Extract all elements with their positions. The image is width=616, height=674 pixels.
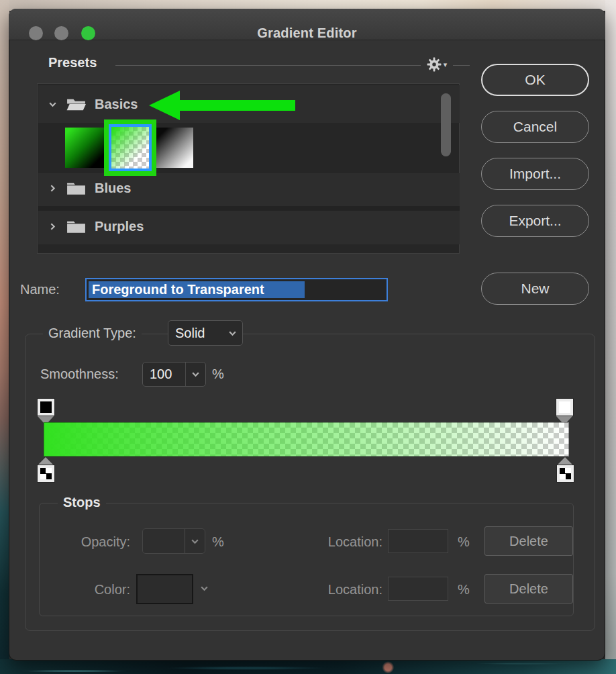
opacity-label: Opacity: (40, 534, 130, 550)
new-button-label: New (521, 281, 549, 297)
cancel-button[interactable]: Cancel (481, 111, 589, 143)
background-photo-left (0, 0, 9, 674)
smoothness-dropdown-button[interactable] (185, 363, 205, 386)
opacity-stop-right[interactable] (556, 399, 573, 416)
name-label: Name: (20, 282, 60, 297)
background-photo-right (605, 0, 616, 674)
location-top-label: Location: (289, 534, 382, 550)
location-bottom-unit: % (458, 582, 470, 597)
presets-divider (115, 65, 470, 66)
gradient-type-label: Gradient Type: (43, 326, 142, 341)
color-stop-right[interactable] (557, 465, 574, 482)
opacity-dropdown-button[interactable] (185, 529, 205, 553)
preset-thumbnail-foreground-to-transparent-selected[interactable] (104, 119, 156, 176)
gear-caret-icon: ▾ (444, 61, 448, 68)
import-button[interactable]: Import... (481, 158, 589, 190)
folder-closed-icon (66, 181, 87, 196)
color-stop-right-pointer[interactable] (557, 457, 573, 465)
ok-button-label: OK (525, 72, 545, 88)
chevron-down-icon[interactable] (48, 99, 58, 109)
presets-legend: Presets (48, 55, 97, 70)
location-top-input[interactable] (388, 529, 448, 553)
presets-menu-button[interactable]: ▾ (421, 55, 453, 74)
smoothness-unit: % (212, 367, 224, 382)
smoothness-input[interactable]: 100 (142, 362, 206, 387)
color-label: Color: (40, 582, 130, 597)
folder-label-blues[interactable]: Blues (95, 181, 131, 196)
new-button[interactable]: New (481, 273, 589, 305)
opacity-input[interactable] (142, 528, 205, 554)
preset-thumbnail-foreground-to-background[interactable] (65, 128, 109, 168)
window-title: Gradient Editor (9, 26, 605, 41)
delete-color-stop-button[interactable]: Delete (484, 574, 573, 604)
location-bottom-label: Location: (289, 582, 382, 597)
location-top-unit: % (458, 534, 470, 550)
folder-label-purples[interactable]: Purples (95, 219, 144, 234)
gradient-preview (111, 127, 149, 168)
chevron-right-icon[interactable] (48, 222, 58, 232)
titlebar[interactable]: Gradient Editor (9, 9, 605, 40)
chevron-down-icon[interactable] (200, 585, 209, 591)
selection-border (109, 124, 152, 171)
opacity-value[interactable] (143, 529, 185, 553)
cancel-button-label: Cancel (513, 119, 557, 135)
import-button-label: Import... (509, 166, 561, 182)
folder-open-icon (66, 97, 87, 112)
chevron-down-icon (228, 330, 237, 336)
background-photo-bottom (0, 659, 616, 674)
stops-legend: Stops (58, 495, 106, 510)
screen: Gradient Editor Presets ▾ (0, 0, 616, 674)
gradient-preview-bar[interactable] (44, 422, 569, 456)
preset-thumbnail-black-to-white[interactable] (153, 128, 193, 168)
delete-button-label: Delete (509, 534, 548, 549)
export-button[interactable]: Export... (481, 205, 589, 237)
gear-icon (427, 57, 442, 72)
tree-item-basics[interactable]: Basics (48, 97, 138, 112)
delete-opacity-stop-button[interactable]: Delete (484, 526, 573, 556)
color-stop-left-pointer[interactable] (38, 457, 54, 465)
tree-item-blues[interactable]: Blues (48, 181, 131, 196)
location-bottom-input[interactable] (388, 577, 448, 601)
opacity-stop-left[interactable] (38, 399, 54, 416)
annotation-arrow-left-icon (149, 90, 295, 121)
chevron-down-icon (191, 371, 200, 377)
folder-closed-icon (66, 219, 87, 234)
chevron-down-icon (191, 538, 199, 544)
smoothness-value[interactable]: 100 (143, 363, 185, 386)
folder-label-basics[interactable]: Basics (95, 97, 138, 112)
smoothness-label: Smoothness: (40, 367, 119, 382)
ok-button[interactable]: OK (481, 64, 589, 96)
tree-item-purples[interactable]: Purples (48, 219, 144, 234)
row-divider (38, 206, 460, 211)
color-swatch[interactable] (136, 574, 193, 604)
chevron-right-icon[interactable] (48, 183, 58, 193)
delete-button-label: Delete (509, 581, 548, 597)
gradient-type-value: Solid (168, 321, 222, 345)
opacity-unit: % (212, 534, 224, 550)
gradient-type-select[interactable]: Solid (168, 320, 243, 346)
name-input-value[interactable]: Foreground to Transparent (92, 281, 264, 298)
export-button-label: Export... (509, 213, 561, 229)
presets-scrollbar[interactable] (441, 93, 451, 156)
color-stop-left[interactable] (38, 465, 54, 482)
name-input[interactable]: Foreground to Transparent (85, 278, 388, 301)
